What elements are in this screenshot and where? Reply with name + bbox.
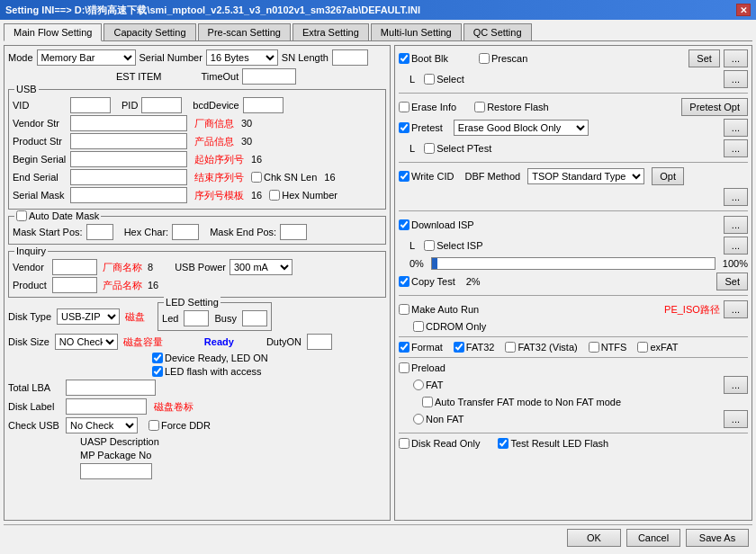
ok-button[interactable]: OK	[567, 529, 621, 547]
erase-dots-button[interactable]: ...	[724, 119, 748, 137]
busy-input[interactable]: 48	[242, 310, 267, 326]
download-isp-checkbox[interactable]	[399, 219, 410, 230]
set-dots-button[interactable]: ...	[724, 49, 748, 67]
cdrom-only-label[interactable]: CDROM Only	[413, 321, 486, 332]
disk-read-only-checkbox[interactable]	[399, 438, 410, 449]
duty-on-input[interactable]: 0	[307, 334, 332, 350]
select-checkbox[interactable]	[424, 74, 435, 85]
mask-start-input[interactable]: 3	[86, 224, 113, 240]
disk-read-only-label[interactable]: Disk Read Only	[399, 438, 480, 449]
fat32-checkbox[interactable]	[454, 342, 464, 353]
select-ptest-checkbox[interactable]	[424, 143, 435, 154]
non-fat-dots-button[interactable]: ...	[724, 410, 748, 428]
select-label[interactable]: Select	[424, 74, 464, 85]
download-isp-dots-button[interactable]: ...	[724, 216, 748, 234]
pretest-opt-button[interactable]: Pretest Opt	[681, 98, 748, 116]
hex-number-label[interactable]: Hex Number	[269, 190, 338, 201]
bcd-input[interactable]: 1100	[243, 97, 284, 113]
force-ddr-label[interactable]: Force DDR	[148, 420, 211, 431]
fat32-vista-checkbox[interactable]	[505, 342, 516, 353]
select-isp-label[interactable]: Select ISP	[424, 240, 482, 251]
prescan-label[interactable]: Prescan	[479, 53, 527, 64]
ntfs-checkbox[interactable]	[589, 342, 599, 353]
auto-date-mask-checkbox[interactable]	[16, 210, 27, 221]
tab-qc[interactable]: QC Setting	[464, 23, 532, 40]
mp-package-input[interactable]: N0102v1	[80, 463, 152, 479]
non-fat-radio[interactable]	[413, 414, 424, 424]
vid-input[interactable]: 090C	[70, 97, 111, 113]
dbf-method-select[interactable]: TSOP Standard Type	[527, 168, 644, 184]
boot-blk-label[interactable]: Boot Blk	[399, 53, 448, 64]
erase-info-label[interactable]: Erase Info	[399, 102, 456, 112]
write-cid-checkbox[interactable]	[399, 171, 410, 182]
restore-flash-checkbox[interactable]	[474, 102, 485, 112]
close-button[interactable]: ✕	[736, 4, 751, 16]
force-ddr-checkbox[interactable]	[148, 420, 159, 431]
device-ready-checkbox[interactable]	[152, 353, 163, 363]
erase-good-block-select[interactable]: Erase Good Block Only	[454, 120, 589, 136]
preload-checkbox[interactable]	[399, 362, 410, 373]
device-ready-label[interactable]: Device Ready, LED ON	[152, 353, 268, 363]
select-isp-checkbox[interactable]	[424, 240, 435, 251]
save-as-button[interactable]: Save As	[686, 529, 749, 547]
copy-test-set-button[interactable]: Set	[716, 273, 748, 290]
usb-power-select[interactable]: 300 mA	[230, 259, 292, 275]
pretest-checkbox[interactable]	[399, 122, 410, 133]
inquiry-product-input[interactable]: USB DISK	[52, 277, 97, 293]
inquiry-vendor-input[interactable]: SMI	[52, 259, 97, 275]
mask-end-input[interactable]: 10	[280, 224, 307, 240]
hex-number-checkbox[interactable]	[269, 190, 280, 201]
auto-transfer-label[interactable]: Auto Transfer FAT mode to Non FAT mode	[422, 397, 621, 407]
fat32-label[interactable]: FAT32	[454, 342, 495, 353]
cancel-button[interactable]: Cancel	[626, 529, 680, 547]
select-isp-dots-button[interactable]: ...	[724, 237, 748, 255]
exfat-label[interactable]: exFAT	[637, 342, 678, 353]
disk-label-input[interactable]: USB DISK	[66, 398, 147, 415]
opt-button[interactable]: Opt	[652, 167, 684, 185]
ptest-dots-button[interactable]: ...	[724, 139, 748, 157]
led-input[interactable]: 3	[184, 310, 209, 326]
copy-test-checkbox[interactable]	[399, 276, 410, 287]
cdrom-only-checkbox[interactable]	[413, 321, 424, 332]
tab-extra[interactable]: Extra Setting	[292, 23, 369, 40]
pretest-label[interactable]: Pretest	[399, 122, 443, 133]
check-usb-select[interactable]: No Check	[66, 417, 138, 433]
begin-serial-input[interactable]: AA00000000011176	[70, 151, 187, 167]
product-str-input[interactable]: USB DISK	[70, 133, 187, 149]
format-checkbox[interactable]	[399, 342, 410, 353]
auto-transfer-checkbox[interactable]	[422, 397, 433, 407]
end-serial-input[interactable]: AA04012799999999	[70, 169, 187, 185]
test-result-led-label[interactable]: Test Result LED Flash	[498, 438, 608, 449]
erase-info-checkbox[interactable]	[399, 102, 410, 112]
download-isp-label[interactable]: Download ISP	[399, 219, 474, 230]
ntfs-label[interactable]: NTFS	[589, 342, 627, 353]
sn-length-input[interactable]: 16	[332, 49, 368, 66]
pe-iso-dots-button[interactable]: ...	[724, 300, 748, 318]
tab-capacity[interactable]: Capacity Setting	[104, 23, 195, 40]
disk-type-select[interactable]: USB-ZIP	[57, 308, 120, 325]
vendor-str-input[interactable]: SMI Corporation	[70, 115, 187, 131]
restore-flash-label[interactable]: Restore Flash	[474, 102, 548, 112]
select-ptest-label[interactable]: Select PTest	[424, 143, 491, 154]
tab-multi-lun[interactable]: Multi-lun Setting	[371, 23, 462, 40]
hex-char-input[interactable]	[172, 224, 199, 240]
exfat-checkbox[interactable]	[637, 342, 648, 353]
format-label[interactable]: Format	[399, 342, 443, 353]
boot-blk-checkbox[interactable]	[399, 53, 410, 64]
set-button[interactable]: Set	[688, 49, 720, 67]
make-auto-run-label[interactable]: Make Auto Run	[399, 304, 479, 315]
prescan-checkbox[interactable]	[479, 53, 490, 64]
fat-radio-label[interactable]: FAT	[413, 380, 443, 390]
dbf-extra-dots-button[interactable]: ...	[724, 188, 748, 206]
chk-sn-checkbox[interactable]	[251, 172, 262, 183]
mode-select[interactable]: Memory Bar	[37, 49, 136, 66]
fat-radio[interactable]	[413, 380, 424, 390]
disk-size-select[interactable]: NO Check	[55, 334, 118, 350]
make-auto-run-checkbox[interactable]	[399, 304, 410, 315]
total-lba-input[interactable]: 0	[66, 380, 156, 396]
timeout-input[interactable]: 20000	[242, 68, 296, 85]
test-result-led-checkbox[interactable]	[498, 438, 508, 449]
tab-prescan[interactable]: Pre-scan Setting	[198, 23, 291, 40]
led-flash-checkbox[interactable]	[152, 366, 163, 377]
chk-sn-label[interactable]: Chk SN Len	[251, 172, 317, 183]
